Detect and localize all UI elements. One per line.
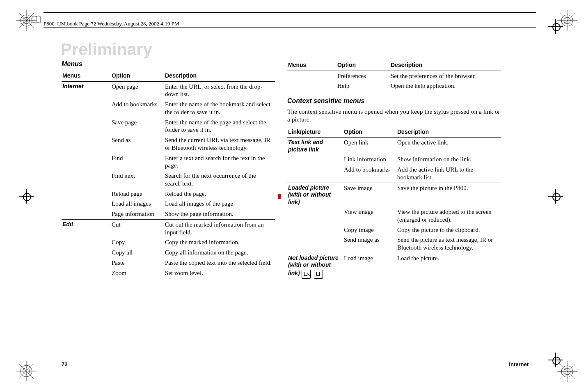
option-desc: Enter a text and search for the text in … xyxy=(164,153,275,171)
image-link-placeholder-icon xyxy=(302,270,311,279)
group-loaded: Loaded picture (with or without link) xyxy=(287,183,343,207)
table-header-row: Menus Option Description xyxy=(287,60,501,71)
context-heading: Context sensitive menus xyxy=(287,97,501,105)
th-desc: Description xyxy=(164,71,275,81)
option-desc: Show the page information. xyxy=(164,209,275,219)
option-desc: Send the current URL via text message, I… xyxy=(164,135,275,153)
option-desc: Set zoom level. xyxy=(164,268,275,278)
option-label: Paste xyxy=(111,258,164,268)
option-label: Load image xyxy=(343,253,396,280)
option-desc: Paste the copied text into the selected … xyxy=(164,258,275,268)
option-desc: Copy the marked information. xyxy=(164,237,275,248)
menus-heading: Menus xyxy=(62,60,275,68)
printer-crosshair-icon xyxy=(19,189,34,204)
th-option: Option xyxy=(336,60,390,71)
option-label: Open page xyxy=(111,81,164,99)
option-desc: Enter the name of the page and select th… xyxy=(164,117,275,135)
table-row: Zoom Set zoom level. xyxy=(62,268,275,278)
table-row: Copy image Copy the picture to the clipb… xyxy=(287,225,501,235)
option-desc: Show information on the link. xyxy=(396,154,501,165)
option-label: Send as xyxy=(111,135,164,153)
option-label: Save image xyxy=(343,183,396,207)
option-desc: Set the preferences of the browser. xyxy=(390,71,501,81)
table-row: Page information Show the page informati… xyxy=(62,209,275,219)
table-row: Add to bookmarks Add the active link URL… xyxy=(287,165,501,183)
option-desc: Add the active link URL to the bookmark … xyxy=(396,165,501,183)
table-row: Save page Enter the name of the page and… xyxy=(62,117,275,135)
th-option: Option xyxy=(111,71,164,81)
option-desc: Load the picture. xyxy=(396,253,501,280)
option-label: Open link xyxy=(343,138,396,155)
option-label: Preferences xyxy=(336,71,390,81)
option-label: Help xyxy=(336,81,390,91)
table-row: Preferences Set the preferences of the b… xyxy=(287,71,501,81)
running-header: P800_UM.book Page 72 Wednesday, August 2… xyxy=(43,21,179,27)
left-column: Menus Menus Option Description Internet … xyxy=(62,60,275,278)
page-footer: 72 Internet xyxy=(62,361,529,367)
option-desc: Enter the name of the bookmark and selec… xyxy=(164,99,275,117)
table-row: Paste Paste the copied text into the sel… xyxy=(62,258,275,268)
table-header-row: Link/picture Option Description xyxy=(287,127,501,138)
table-row: Link information Show information on the… xyxy=(287,154,501,165)
table-row: View image View the picture adopted to t… xyxy=(287,207,501,225)
table-row: Reload page Reload the page. xyxy=(62,189,275,199)
option-desc: Load all images of the page. xyxy=(164,199,275,209)
option-desc: Cut out the marked information from an i… xyxy=(164,219,275,237)
option-label: View image xyxy=(343,207,396,225)
group-edit: Edit xyxy=(62,219,111,237)
option-label: Copy xyxy=(111,237,164,248)
option-label: Page information xyxy=(111,209,164,219)
group-textlink: Text link and picture link xyxy=(287,138,343,155)
option-desc: Enter the URL, or select from the drop-d… xyxy=(164,81,275,99)
option-label: Find xyxy=(111,153,164,171)
printer-mark-icon xyxy=(556,361,578,382)
option-desc: Copy the picture to the clipboard. xyxy=(396,225,501,235)
option-desc: Copy all information on the page. xyxy=(164,248,275,258)
table-row: Loaded picture (with or without link) Sa… xyxy=(287,183,501,207)
table-row: Edit Cut Cut out the marked information … xyxy=(62,219,275,237)
table-row: Not loaded picture (with or without link… xyxy=(287,253,501,280)
revision-mark-icon xyxy=(278,194,281,199)
group-notloaded: Not loaded picture (with or without link… xyxy=(287,253,343,280)
option-label: Link information xyxy=(343,154,396,165)
option-label: Find next xyxy=(111,171,164,189)
context-table: Link/picture Option Description Text lin… xyxy=(287,127,501,280)
table-row: Send as Send the current URL via text me… xyxy=(62,135,275,153)
table-row: Add to bookmarks Enter the name of the b… xyxy=(62,99,275,117)
table-row: Copy all Copy all information on the pag… xyxy=(62,248,275,258)
option-label: Save page xyxy=(111,117,164,135)
menus-table-cont: Menus Option Description Preferences Set… xyxy=(287,60,501,91)
th-option: Option xyxy=(343,127,396,138)
placeholder-image-icons xyxy=(302,270,325,279)
option-desc: View the picture adopted to the screen (… xyxy=(396,207,501,225)
option-label: Load all images xyxy=(111,199,164,209)
option-label: Zoom xyxy=(111,268,164,278)
table-row: Load all images Load all images of the p… xyxy=(62,199,275,209)
image-placeholder-icon xyxy=(314,270,323,279)
th-menus: Menus xyxy=(287,60,336,71)
page-number: 72 xyxy=(62,361,67,367)
table-header-row: Menus Option Description xyxy=(62,71,275,81)
option-label: Add to bookmarks xyxy=(343,165,396,183)
printer-mark-icon xyxy=(16,360,37,382)
table-row: Internet Open page Enter the URL, or sel… xyxy=(62,81,275,99)
book-icon xyxy=(30,14,42,25)
option-desc: Search for the next occurrence of the se… xyxy=(164,171,275,189)
th-menus: Menus xyxy=(62,71,111,81)
table-row: Text link and picture link Open link Ope… xyxy=(287,138,501,155)
th-desc: Description xyxy=(390,60,501,71)
menus-table: Menus Option Description Internet Open p… xyxy=(62,71,275,278)
watermark-text: Preliminary xyxy=(61,40,152,59)
right-column: Menus Option Description Preferences Set… xyxy=(287,60,501,280)
group-internet: Internet xyxy=(62,81,111,99)
footer-section: Internet xyxy=(509,361,529,367)
th-link: Link/picture xyxy=(287,127,343,138)
option-desc: Open the active link. xyxy=(396,138,501,155)
option-desc: Reload the page. xyxy=(164,189,275,199)
printer-mark-icon xyxy=(556,10,578,31)
context-intro: The context sensitive menu is opened whe… xyxy=(287,108,501,124)
option-label: Add to bookmarks xyxy=(111,99,164,117)
option-desc: Save the picture in the P800. xyxy=(396,183,501,207)
option-label: Copy image xyxy=(343,225,396,235)
table-row: Find next Search for the next occurrence… xyxy=(62,171,275,189)
